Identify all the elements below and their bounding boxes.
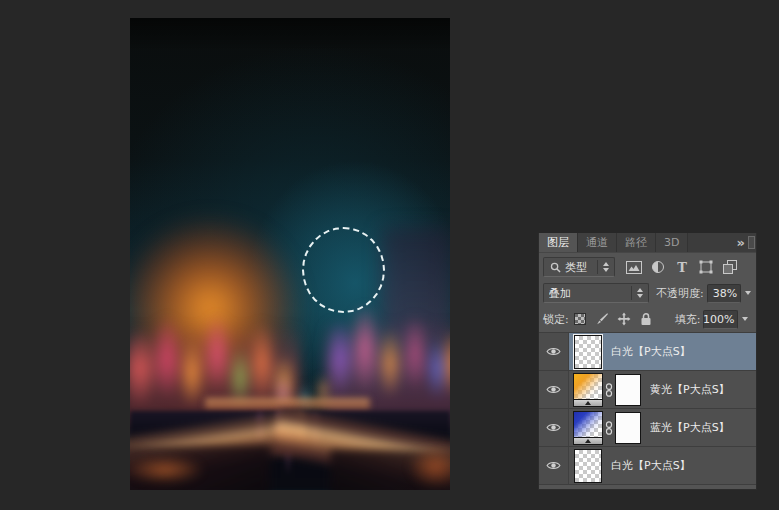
layer-mask-thumbnail[interactable] [615, 412, 641, 444]
opacity-popup-arrow-icon[interactable] [743, 291, 752, 295]
tab-layers[interactable]: 图层 [539, 233, 578, 252]
shape-layer-filter-icon[interactable] [697, 259, 715, 276]
document-canvas[interactable] [130, 18, 450, 490]
filter-row: 类型 T [543, 257, 752, 277]
layers-panel: 图层 通道 路径 3D » 类型 [538, 233, 757, 490]
layer-mask-thumbnail[interactable] [615, 374, 641, 406]
mask-link-chain-icon[interactable] [603, 383, 615, 397]
adjustment-layer-filter-icon[interactable] [649, 259, 667, 276]
opacity-value-field[interactable]: 38% [707, 284, 741, 303]
layers-list: 白光【P大点S】 黄光【P大点S】 [539, 332, 756, 485]
pixel-layer-filter-icon[interactable] [625, 259, 643, 276]
layer-row-blue-light[interactable]: 蓝光【P大点S】 [539, 409, 756, 447]
tab-3d[interactable]: 3D [656, 233, 688, 252]
tab-channels[interactable]: 通道 [578, 233, 617, 252]
collapse-panel-icon[interactable]: » [733, 233, 747, 252]
layer-thumbnail-yellow-gradient[interactable] [573, 373, 603, 400]
elliptical-selection-marching-ants[interactable] [302, 227, 385, 313]
layer-row-yellow-light[interactable]: 黄光【P大点S】 [539, 371, 756, 409]
select-divider [631, 286, 632, 300]
smart-object-filter-icon[interactable] [721, 259, 739, 276]
visibility-eye-icon[interactable] [539, 447, 569, 484]
lock-position-move-icon[interactable] [617, 312, 632, 326]
gradient-fill-thumbnail-wrap [573, 373, 603, 407]
fill-label: 填充: [675, 312, 701, 327]
visibility-eye-icon[interactable] [539, 333, 569, 370]
panel-tab-bar: 图层 通道 路径 3D » [539, 233, 756, 253]
lock-all-padlock-icon[interactable] [639, 312, 654, 326]
filter-kind-select[interactable]: 类型 [543, 257, 615, 277]
layer-name: 黄光【P大点S】 [650, 382, 730, 397]
lock-pixels-brush-icon[interactable] [595, 312, 610, 326]
select-divider [597, 260, 598, 274]
vignette-overlay [130, 18, 450, 490]
mask-link-chain-icon[interactable] [603, 421, 615, 435]
layer-filter-icons: T [625, 259, 739, 276]
layer-thumbnail-transparent[interactable] [574, 449, 602, 483]
lock-fill-row: 锁定: 填充: 100% [543, 309, 752, 329]
gradient-strip [573, 438, 603, 445]
search-icon [549, 261, 561, 273]
visibility-eye-icon[interactable] [539, 409, 569, 446]
fill-value-field[interactable]: 100% [703, 310, 738, 329]
layers-panel-controls: 类型 T [539, 253, 756, 332]
lock-icons [573, 312, 654, 326]
tab-bar-spacer [688, 233, 732, 252]
lock-label: 锁定: [543, 312, 569, 327]
layer-thumbnail-blue-gradient[interactable] [573, 411, 603, 438]
layer-row-white-light-top[interactable]: 白光【P大点S】 [539, 333, 756, 371]
layer-row-white-light-bottom[interactable]: 白光【P大点S】 [539, 447, 756, 485]
blend-mode-select[interactable]: 叠加 [543, 283, 649, 303]
gradient-fill-thumbnail-wrap [573, 411, 603, 445]
tab-paths[interactable]: 路径 [617, 233, 656, 252]
layer-thumbnail-transparent[interactable] [574, 335, 602, 369]
layer-name: 蓝光【P大点S】 [650, 420, 730, 435]
lock-transparency-icon[interactable] [573, 312, 588, 326]
opacity-label: 不透明度: [656, 286, 704, 301]
layer-name: 白光【P大点S】 [611, 458, 691, 473]
gradient-strip [573, 400, 603, 407]
updown-arrows-icon [635, 288, 645, 298]
blend-mode-value: 叠加 [549, 286, 628, 301]
visibility-eye-icon[interactable] [539, 371, 569, 408]
fill-popup-arrow-icon[interactable] [740, 317, 749, 321]
type-layer-filter-icon[interactable]: T [673, 259, 691, 276]
layer-name: 白光【P大点S】 [611, 344, 691, 359]
updown-arrows-icon [601, 262, 611, 272]
blend-opacity-row: 叠加 不透明度: 38% [543, 283, 752, 303]
adjacent-panel-fragment [748, 236, 755, 249]
filter-kind-label: 类型 [565, 260, 594, 275]
